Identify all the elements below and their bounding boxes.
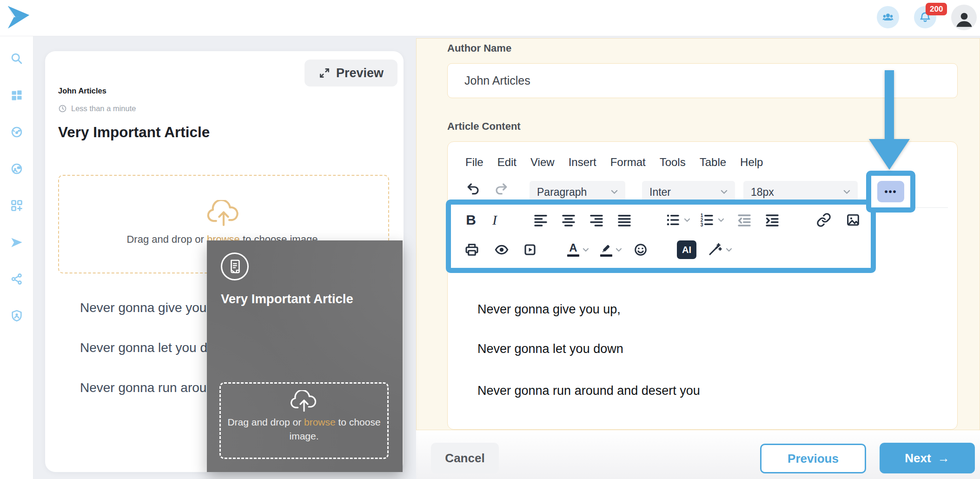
bullet-list-button[interactable] [665,213,690,227]
apps-add-icon[interactable] [10,199,23,212]
user-avatar-icon [954,6,974,29]
chevron-down-icon [684,218,690,222]
emoji-icon [633,242,648,257]
svg-text:3: 3 [701,222,703,227]
account-shield-icon[interactable] [10,309,23,322]
menu-edit[interactable]: Edit [497,156,516,169]
chevron-down-icon [611,190,618,194]
app-window: 200 [0,0,980,479]
menu-view[interactable]: View [530,156,555,169]
justify-button[interactable] [616,213,632,227]
print-icon [464,242,480,257]
numbered-list-button[interactable]: 123 [699,213,724,227]
conversations-icon[interactable] [10,162,23,175]
toolbar-row-1: B I 123 [451,205,871,235]
menu-insert[interactable]: Insert [569,156,596,169]
align-left-icon [533,213,549,227]
preview-button-label: Preview [336,66,384,80]
chevron-down-icon [718,218,724,222]
editor-content-line[interactable]: Never gonna run around and desert you [477,384,700,398]
previous-button[interactable]: Previous [760,444,866,473]
link-icon [816,213,831,227]
chevron-down-icon [616,248,622,252]
text-color-button[interactable]: A [567,243,589,257]
app-logo-icon[interactable] [6,3,32,31]
editor-menubar: File Edit View Insert Format Tools Table… [465,156,763,169]
article-form-panel: Author Name John Articles Article Conten… [416,38,980,430]
print-button[interactable] [464,242,480,257]
next-button[interactable]: Next → [880,443,975,473]
magic-tools-button[interactable] [707,242,732,257]
document-icon [229,259,241,273]
wizard-footer: Cancel Previous Next → [416,430,980,479]
outdent-button[interactable] [736,213,752,227]
image-icon [845,213,861,227]
editor-content-line[interactable]: Never gonna give you up, [477,302,621,317]
toolbar-more-button[interactable]: ••• [877,181,904,202]
arrow-right-icon: → [938,451,950,466]
outdent-icon [736,213,752,227]
next-button-label: Next [905,451,931,466]
cloud-upload-icon [289,390,319,412]
overlay-article-title: Very Important Article [221,292,353,306]
cancel-button[interactable]: Cancel [431,443,499,473]
emoji-button[interactable] [633,242,648,257]
upload-overlay-card: Very Important Article Drag and drop or … [207,240,403,472]
preview-article-title: Very Important Article [58,124,210,141]
bold-button[interactable]: B [464,212,478,228]
italic-button[interactable]: I [490,212,499,228]
campaigns-send-icon[interactable] [10,236,23,249]
read-time-row: Less than a minute [58,104,136,113]
italic-icon: I [492,212,497,228]
share-icon[interactable] [10,273,23,286]
undo-button[interactable] [464,179,482,199]
preview-author-name: John Articles [58,86,106,95]
align-right-button[interactable] [589,213,604,227]
menu-tools[interactable]: Tools [660,156,686,169]
align-center-icon [561,213,576,227]
indent-button[interactable] [764,213,780,227]
preview-eye-button[interactable] [493,242,510,257]
bullet-list-icon [665,213,681,227]
redo-icon [494,181,509,196]
preview-button[interactable]: Preview [305,60,397,86]
menu-help[interactable]: Help [740,156,763,169]
highlight-color-button[interactable] [600,243,622,257]
insert-link-button[interactable] [816,213,831,227]
toolbar-highlight-box: B I 123 [446,200,876,273]
left-sidebar [0,36,33,479]
menu-file[interactable]: File [465,156,483,169]
search-icon[interactable] [10,52,23,65]
eye-icon [493,242,510,257]
preview-body-line: Never gonna give you up, [80,300,228,315]
overlay-image-dropzone[interactable]: Drag and drop or browse to choose image. [219,382,389,459]
chevron-down-icon [726,248,732,252]
editor-content-line[interactable]: Never gonna let you down [477,342,623,356]
align-center-button[interactable] [561,213,576,227]
profile-avatar[interactable] [951,5,977,30]
redo-button[interactable] [492,179,510,199]
insert-image-button[interactable] [845,213,861,227]
cloud-upload-icon [205,200,242,227]
author-name-label: Author Name [447,42,511,54]
undo-icon [466,181,481,196]
bold-icon: B [466,212,476,228]
chevron-down-icon [583,248,589,252]
menu-table[interactable]: Table [700,156,726,169]
highlighter-icon [600,243,612,257]
align-right-icon [589,213,604,227]
numbered-list-icon: 123 [699,213,715,227]
contacts-button[interactable] [877,6,899,28]
magic-wand-icon [707,242,722,257]
chevron-down-icon [721,190,728,194]
align-left-button[interactable] [533,213,549,227]
menu-format[interactable]: Format [610,156,646,169]
gauge-icon[interactable] [10,126,23,139]
media-play-icon [523,242,537,257]
annotation-arrow-icon [868,70,911,171]
justify-icon [616,213,632,227]
browse-link[interactable]: browse [304,417,336,427]
ai-assistant-button[interactable]: AI [677,240,696,259]
dashboard-icon[interactable] [10,89,23,102]
insert-media-button[interactable] [523,242,537,257]
